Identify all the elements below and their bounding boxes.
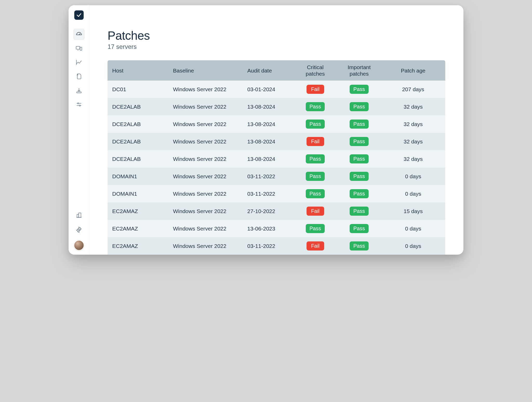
sliders-icon: [76, 101, 82, 108]
page-title: Patches: [108, 29, 445, 43]
pass-badge: Pass: [306, 120, 324, 129]
cell-critical: Pass: [293, 220, 337, 237]
cell-critical: Pass: [293, 115, 337, 133]
cell-baseline: Windows Server 2022: [168, 150, 243, 168]
cell-audit: 03-01-2024: [243, 81, 293, 98]
cell-audit: 03-11-2022: [243, 185, 293, 202]
pass-badge: Pass: [350, 137, 368, 146]
check-icon: [76, 12, 82, 18]
pass-badge: Pass: [306, 224, 324, 233]
cell-age: 32 days: [381, 115, 445, 133]
cell-host: EC2AMAZ: [108, 237, 168, 255]
cell-age: 32 days: [381, 133, 445, 150]
pass-badge: Pass: [350, 120, 368, 129]
pass-badge: Pass: [306, 102, 324, 111]
fail-badge: Fail: [307, 207, 324, 216]
nav-dashboard[interactable]: [73, 29, 85, 40]
gauge-icon: [76, 31, 82, 38]
patches-table: Host Baseline Audit date Criticalpatches…: [108, 60, 445, 255]
svg-rect-2: [80, 47, 82, 50]
cell-age: 15 days: [381, 202, 445, 220]
cell-important: Pass: [337, 168, 381, 185]
table-row[interactable]: EC2AMAZWindows Server 202203-11-2022Fail…: [108, 237, 445, 255]
table-row[interactable]: DCE2ALABWindows Server 202213-08-2024Pas…: [108, 115, 445, 133]
cell-age: 0 days: [381, 237, 445, 255]
pass-badge: Pass: [350, 172, 368, 181]
cell-audit: 13-08-2024: [243, 98, 293, 115]
cell-audit: 13-08-2024: [243, 115, 293, 133]
app-logo[interactable]: [74, 10, 84, 20]
cell-baseline: Windows Server 2022: [168, 202, 243, 220]
cell-age: 32 days: [381, 98, 445, 115]
main-content: Patches 17 servers Host Baseline Audit d…: [89, 5, 463, 255]
nav-filters[interactable]: [73, 99, 85, 110]
col-host[interactable]: Host: [108, 60, 168, 81]
cell-audit: 13-06-2023: [243, 220, 293, 237]
table-row[interactable]: DOMAIN1Windows Server 202203-11-2022Pass…: [108, 185, 445, 202]
cell-audit: 03-11-2022: [243, 237, 293, 255]
nav-reports[interactable]: [73, 71, 85, 82]
page-subtitle: 17 servers: [108, 43, 445, 50]
table-row[interactable]: EC2AMAZWindows Server 202227-10-2022Fail…: [108, 202, 445, 220]
svg-rect-1: [76, 46, 80, 49]
table-row[interactable]: DC01Windows Server 202203-01-2024FailPas…: [108, 81, 445, 98]
svg-rect-9: [77, 214, 79, 218]
cell-important: Pass: [337, 98, 381, 115]
cell-host: DCE2ALAB: [108, 115, 168, 133]
col-important[interactable]: Importantpatches: [337, 60, 381, 81]
cell-important: Pass: [337, 115, 381, 133]
cell-age: 0 days: [381, 168, 445, 185]
cell-host: DCE2ALAB: [108, 150, 168, 168]
table-header-row: Host Baseline Audit date Criticalpatches…: [108, 60, 445, 81]
cell-baseline: Windows Server 2022: [168, 81, 243, 98]
cell-critical: Pass: [293, 150, 337, 168]
devices-icon: [76, 45, 82, 52]
pass-badge: Pass: [350, 189, 368, 198]
document-icon: [76, 73, 82, 80]
nav-downloads[interactable]: [73, 85, 85, 96]
cell-audit: 27-10-2022: [243, 202, 293, 220]
cell-audit: 13-08-2024: [243, 150, 293, 168]
cell-baseline: Windows Server 2022: [168, 237, 243, 255]
pass-badge: Pass: [306, 154, 324, 163]
table-row[interactable]: DCE2ALABWindows Server 202213-08-2024Pas…: [108, 98, 445, 115]
user-avatar[interactable]: [74, 240, 84, 251]
pass-badge: Pass: [350, 241, 368, 251]
nav-trends[interactable]: [73, 57, 85, 68]
fail-badge: Fail: [307, 241, 324, 251]
table-body: DC01Windows Server 202203-01-2024FailPas…: [108, 81, 445, 255]
table-row[interactable]: EC2AMAZWindows Server 202213-06-2023Pass…: [108, 220, 445, 237]
col-audit-date[interactable]: Audit date: [243, 60, 293, 81]
svg-rect-4: [77, 92, 81, 93]
cell-age: 0 days: [381, 185, 445, 202]
cell-baseline: Windows Server 2022: [168, 115, 243, 133]
cell-critical: Pass: [293, 185, 337, 202]
nav-devices[interactable]: [73, 43, 85, 54]
cell-important: Pass: [337, 133, 381, 150]
table-row[interactable]: DCE2ALABWindows Server 202213-08-2024Fai…: [108, 133, 445, 150]
cell-audit: 03-11-2022: [243, 168, 293, 185]
cell-important: Pass: [337, 220, 381, 237]
col-baseline[interactable]: Baseline: [168, 60, 243, 81]
building-icon: [76, 212, 82, 219]
pass-badge: Pass: [306, 189, 324, 198]
pass-badge: Pass: [350, 207, 368, 216]
col-patch-age[interactable]: Patch age: [381, 60, 445, 81]
cell-baseline: Windows Server 2022: [168, 185, 243, 202]
cell-host: EC2AMAZ: [108, 220, 168, 237]
nav-org[interactable]: [73, 209, 85, 221]
cell-host: DCE2ALAB: [108, 98, 168, 115]
nav-settings[interactable]: [73, 224, 85, 235]
cell-host: DOMAIN1: [108, 168, 168, 185]
cell-important: Pass: [337, 81, 381, 98]
pass-badge: Pass: [350, 102, 368, 111]
cell-important: Pass: [337, 150, 381, 168]
table-row[interactable]: DOMAIN1Windows Server 202203-11-2022Pass…: [108, 168, 445, 185]
cell-critical: Fail: [293, 237, 337, 255]
cell-age: 32 days: [381, 150, 445, 168]
sidebar: [69, 5, 89, 255]
table-row[interactable]: DCE2ALABWindows Server 202213-08-2024Pas…: [108, 150, 445, 168]
cell-host: DCE2ALAB: [108, 133, 168, 150]
svg-point-7: [77, 103, 78, 104]
col-critical[interactable]: Criticalpatches: [293, 60, 337, 81]
